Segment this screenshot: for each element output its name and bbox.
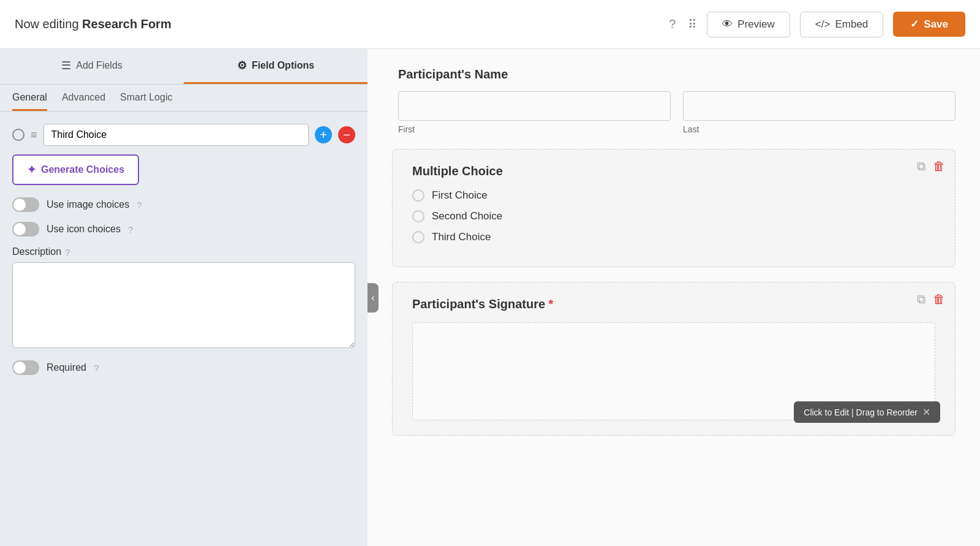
mc-choice-2: Second Choice bbox=[412, 210, 935, 222]
tooltip-text: Click to Edit | Drag to Reorder bbox=[804, 408, 918, 417]
participant-name-heading: Participant's Name bbox=[398, 67, 956, 82]
toggle-icon-row: Use icon choices ? bbox=[12, 222, 355, 237]
mc-radio-3[interactable] bbox=[412, 231, 424, 243]
mc-radio-2[interactable] bbox=[412, 210, 424, 222]
list-icon: ☰ bbox=[61, 59, 71, 72]
mc-radio-1[interactable] bbox=[412, 189, 424, 202]
mc-section-icons: ⧉ 🗑 bbox=[917, 159, 945, 173]
first-name-field: First bbox=[398, 91, 671, 134]
panel-content: ≡ + − ✦ Generate Choices Use image choic… bbox=[0, 112, 368, 546]
choice-radio bbox=[12, 129, 24, 141]
sub-tab-advanced[interactable]: Advanced bbox=[62, 92, 105, 111]
description-label: Description ? bbox=[12, 246, 355, 257]
multiple-choice-section: ⧉ 🗑 Multiple Choice First Choice Second … bbox=[392, 149, 956, 267]
help-icon[interactable]: ? bbox=[669, 17, 676, 31]
header: Now editing Research Form ? ⠿ 👁 Preview … bbox=[0, 0, 980, 49]
first-name-input[interactable] bbox=[398, 91, 671, 121]
header-title-prefix: Now editing bbox=[15, 17, 82, 31]
description-help-icon[interactable]: ? bbox=[65, 247, 70, 257]
required-label: Required bbox=[47, 362, 86, 373]
mc-choice-label-1: First Choice bbox=[432, 189, 488, 202]
add-choice-button[interactable]: + bbox=[315, 126, 332, 143]
icon-choices-help-icon[interactable]: ? bbox=[128, 224, 133, 235]
chevron-left-icon: ‹ bbox=[371, 292, 374, 303]
choice-input[interactable] bbox=[43, 124, 309, 146]
mc-choice-1: First Choice bbox=[412, 189, 935, 202]
main: ☰ Add Fields ⚙ Field Options General Adv… bbox=[0, 49, 980, 546]
signature-section: ⧉ 🗑 Participant's Signature * Click to E… bbox=[392, 282, 956, 436]
header-title-bold: Research Form bbox=[82, 17, 172, 31]
check-icon: ✓ bbox=[910, 18, 919, 31]
description-textarea[interactable] bbox=[12, 262, 355, 348]
panel-tabs: ☰ Add Fields ⚙ Field Options bbox=[0, 49, 368, 85]
copy-icon[interactable]: ⧉ bbox=[917, 159, 925, 173]
collapse-handle[interactable]: ‹ bbox=[368, 283, 379, 313]
sig-title: Participant's Signature * bbox=[412, 297, 935, 311]
sig-required-mark: * bbox=[549, 297, 554, 311]
sig-section-icons: ⧉ 🗑 bbox=[917, 292, 945, 306]
last-name-field: Last bbox=[683, 91, 956, 134]
first-name-label: First bbox=[398, 124, 671, 134]
required-toggle[interactable] bbox=[12, 360, 39, 375]
sliders-icon: ⚙ bbox=[237, 59, 247, 72]
use-image-choices-toggle[interactable] bbox=[12, 197, 39, 212]
embed-label: Embed bbox=[835, 18, 868, 31]
mc-title: Multiple Choice bbox=[412, 164, 935, 178]
required-help-icon[interactable]: ? bbox=[94, 363, 99, 373]
remove-choice-button[interactable]: − bbox=[338, 126, 355, 143]
last-name-label: Last bbox=[683, 124, 956, 134]
sub-tabs: General Advanced Smart Logic bbox=[0, 85, 368, 112]
grid-icon[interactable]: ⠿ bbox=[688, 17, 697, 32]
mc-choice-3: Third Choice bbox=[412, 231, 935, 243]
tab-field-options[interactable]: ⚙ Field Options bbox=[184, 49, 368, 84]
name-fields: First Last bbox=[398, 91, 956, 134]
tab-add-fields[interactable]: ☰ Add Fields bbox=[0, 49, 184, 84]
generate-choices-button[interactable]: ✦ Generate Choices bbox=[12, 154, 139, 185]
sparkle-icon: ✦ bbox=[27, 163, 36, 176]
use-icon-choices-toggle[interactable] bbox=[12, 222, 39, 237]
last-name-input[interactable] bbox=[683, 91, 956, 121]
sub-tab-general[interactable]: General bbox=[12, 92, 47, 111]
embed-icon: </> bbox=[815, 18, 831, 31]
save-label: Save bbox=[924, 18, 948, 31]
embed-button[interactable]: </> Embed bbox=[800, 12, 883, 37]
drag-handle-icon[interactable]: ≡ bbox=[31, 129, 37, 142]
required-row: Required ? bbox=[12, 360, 355, 375]
sig-copy-icon[interactable]: ⧉ bbox=[917, 292, 925, 306]
save-button[interactable]: ✓ Save bbox=[893, 12, 965, 37]
preview-button[interactable]: 👁 Preview bbox=[707, 12, 790, 37]
delete-icon[interactable]: 🗑 bbox=[933, 159, 945, 173]
use-icon-choices-label: Use icon choices bbox=[47, 224, 121, 235]
tab-field-options-label: Field Options bbox=[252, 60, 314, 71]
eye-icon: 👁 bbox=[722, 18, 733, 31]
preview-label: Preview bbox=[737, 18, 774, 31]
choice-item: ≡ + − bbox=[12, 124, 355, 146]
toggle-image-row: Use image choices ? bbox=[12, 197, 355, 212]
image-choices-help-icon[interactable]: ? bbox=[137, 200, 141, 210]
left-panel: ☰ Add Fields ⚙ Field Options General Adv… bbox=[0, 49, 368, 546]
right-panel: Participant's Name First Last ⧉ 🗑 Multip… bbox=[368, 49, 980, 546]
header-right: ? ⠿ 👁 Preview </> Embed ✓ Save bbox=[669, 12, 965, 37]
mc-choice-label-2: Second Choice bbox=[432, 210, 502, 222]
use-image-choices-label: Use image choices bbox=[47, 199, 129, 210]
sub-tab-smart-logic[interactable]: Smart Logic bbox=[120, 92, 172, 111]
generate-choices-label: Generate Choices bbox=[41, 164, 124, 175]
tooltip-close-icon[interactable]: ✕ bbox=[922, 406, 930, 418]
participant-name-section: Participant's Name First Last bbox=[392, 67, 956, 134]
sig-delete-icon[interactable]: 🗑 bbox=[933, 292, 945, 306]
tooltip: Click to Edit | Drag to Reorder ✕ bbox=[794, 401, 940, 423]
header-title: Now editing Research Form bbox=[15, 17, 172, 31]
tab-add-fields-label: Add Fields bbox=[76, 60, 123, 71]
mc-choice-label-3: Third Choice bbox=[432, 231, 491, 243]
header-icons: ? ⠿ bbox=[669, 17, 697, 32]
